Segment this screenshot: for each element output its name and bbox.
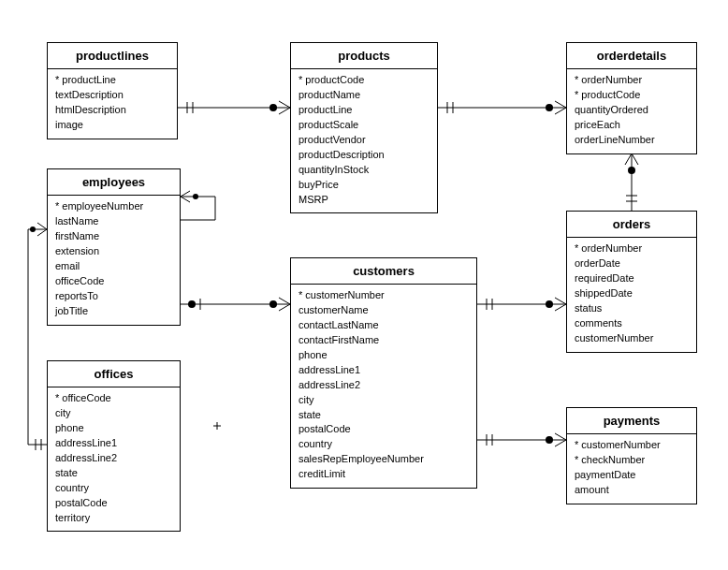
attribute-row: buyPrice (298, 178, 430, 193)
svg-point-23 (546, 300, 553, 308)
svg-point-38 (193, 194, 198, 199)
attribute-row: jobTitle (55, 304, 172, 319)
svg-line-34 (279, 304, 290, 311)
entity-body: customerNumbercustomerNamecontactLastNam… (291, 285, 476, 488)
svg-line-3 (279, 101, 290, 108)
svg-line-10 (555, 108, 566, 114)
attribute-row: productCode (575, 88, 689, 103)
attribute-row: contactFirstName (298, 333, 469, 348)
attribute-row: orderNumber (575, 73, 689, 88)
attribute-row: textDescription (55, 88, 169, 103)
attribute-row: status (575, 301, 689, 316)
svg-point-43 (30, 227, 36, 232)
attribute-row: productLine (298, 103, 430, 118)
svg-line-42 (37, 229, 47, 236)
entity-title: customers (291, 258, 476, 285)
svg-line-15 (625, 153, 632, 165)
attribute-row: postalCode (55, 496, 172, 511)
svg-point-29 (546, 436, 553, 444)
attribute-row: employeeNumber (55, 199, 172, 214)
attribute-row: state (298, 408, 469, 423)
attribute-row: htmlDescription (55, 103, 169, 118)
entity-title: productlines (48, 43, 177, 69)
attribute-row: productDescription (298, 148, 430, 163)
attribute-row: productName (298, 88, 430, 103)
entity-employees: employees employeeNumberlastNamefirstNam… (47, 168, 181, 326)
entity-title: orderdetails (567, 43, 696, 69)
svg-line-36 (181, 191, 190, 197)
entity-body: officeCodecityphoneaddressLine1addressLi… (48, 387, 180, 531)
entity-body: productLinetextDescriptionhtmlDescriptio… (48, 69, 177, 139)
attribute-row: phone (298, 348, 469, 363)
attribute-row: amount (575, 483, 689, 498)
attribute-row: salesRepEmployeeNumber (298, 452, 469, 467)
svg-line-41 (37, 223, 47, 229)
attribute-row: orderLineNumber (575, 133, 689, 148)
attribute-row: customerNumber (575, 331, 689, 346)
attribute-row: shippedDate (575, 286, 689, 301)
svg-point-5 (269, 104, 277, 111)
entity-body: productCodeproductNameproductLineproduct… (291, 69, 437, 212)
svg-line-21 (555, 298, 566, 304)
attribute-row: city (298, 393, 469, 408)
attribute-row: country (298, 437, 469, 452)
attribute-row: creditLimit (298, 467, 469, 482)
attribute-row: territory (55, 511, 172, 526)
svg-point-11 (546, 104, 553, 111)
attribute-row: lastName (55, 214, 172, 229)
attribute-row: addressLine2 (55, 451, 172, 466)
attribute-row: country (55, 481, 172, 496)
attribute-row: productScale (298, 118, 430, 133)
attribute-row: image (55, 118, 169, 133)
entity-title: offices (48, 361, 180, 387)
attribute-row: phone (55, 421, 172, 436)
entity-orderdetails: orderdetails orderNumberproductCodequant… (566, 42, 697, 154)
entity-title: payments (567, 408, 696, 434)
entity-title: employees (48, 169, 180, 196)
entity-body: orderNumberproductCodequantityOrderedpri… (567, 69, 696, 153)
attribute-row: addressLine2 (298, 378, 469, 393)
entity-body: orderNumberorderDaterequiredDateshippedD… (567, 238, 696, 352)
entity-customers: customers customerNumbercustomerNamecont… (290, 257, 477, 489)
attribute-row: officeCode (55, 274, 172, 289)
attribute-row: quantityInStock (298, 163, 430, 178)
svg-line-33 (279, 298, 290, 304)
svg-line-27 (555, 433, 566, 440)
attribute-row: MSRP (298, 193, 430, 208)
svg-line-4 (279, 108, 290, 114)
svg-point-31 (188, 300, 196, 308)
attribute-row: customerNumber (575, 438, 689, 453)
svg-point-17 (628, 167, 635, 174)
attribute-row: city (55, 406, 172, 421)
attribute-row: officeCode (55, 391, 172, 406)
attribute-row: firstName (55, 229, 172, 244)
svg-point-35 (269, 300, 277, 308)
entity-body: customerNumbercheckNumberpaymentDateamou… (567, 434, 696, 504)
attribute-row: productVendor (298, 133, 430, 148)
attribute-row: contactLastName (298, 318, 469, 333)
entity-offices: offices officeCodecityphoneaddressLine1a… (47, 360, 181, 532)
attribute-row: reportsTo (55, 289, 172, 304)
attribute-row: quantityOrdered (575, 103, 689, 118)
attribute-row: orderNumber (575, 241, 689, 256)
svg-line-28 (555, 440, 566, 446)
attribute-row: addressLine1 (55, 436, 172, 451)
attribute-row: orderDate (575, 256, 689, 271)
attribute-row: checkNumber (575, 453, 689, 468)
entity-orders: orders orderNumberorderDaterequiredDates… (566, 211, 697, 353)
attribute-row: paymentDate (575, 468, 689, 483)
entity-title: products (291, 43, 437, 69)
attribute-row: comments (575, 316, 689, 331)
attribute-row: email (55, 259, 172, 274)
svg-line-16 (632, 153, 638, 165)
svg-line-22 (555, 304, 566, 311)
entity-productlines: productlines productLinetextDescriptionh… (47, 42, 178, 139)
attribute-row: customerNumber (298, 288, 469, 303)
attribute-row: productLine (55, 73, 169, 88)
attribute-row: priceEach (575, 118, 689, 133)
attribute-row: requiredDate (575, 271, 689, 286)
attribute-row: postalCode (298, 422, 469, 437)
attribute-row: productCode (298, 73, 430, 88)
entity-title: orders (567, 212, 696, 238)
attribute-row: customerName (298, 303, 469, 318)
